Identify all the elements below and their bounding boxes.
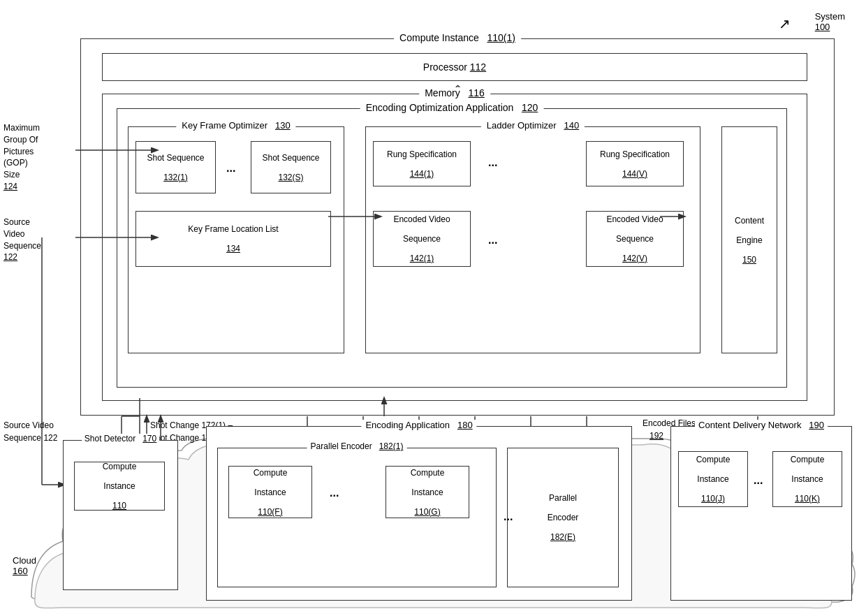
- enc-opt-label: Encoding Optimization Application 120: [360, 102, 544, 113]
- processor-box: Processor 112: [102, 53, 807, 81]
- kf-optimizer-label: Key Frame Optimizer 130: [176, 120, 295, 131]
- rung-spec-dots: ...: [488, 156, 497, 169]
- shot-seq-s-box: Shot Sequence 132(S): [251, 141, 331, 193]
- rung-spec-1-box: Rung Specification 144(1): [373, 141, 471, 186]
- parallel-enc-box: Parallel Encoder 182(1) Compute Instance…: [217, 448, 497, 587]
- compute-instance-outer: Compute Instance 110(1) Processor 112 ⇕ …: [80, 38, 835, 416]
- cdn-label: Content Delivery Network 190: [695, 420, 828, 430]
- shot-seq-dots: ...: [226, 162, 235, 175]
- rung-spec-v-box: Rung Specification 144(V): [586, 141, 684, 186]
- enc-opt-box: Encoding Optimization Application 120 Ke…: [117, 108, 787, 388]
- kf-optimizer-box: Key Frame Optimizer 130 Shot Sequence 13…: [128, 126, 344, 353]
- memory-box: Memory 116 Encoding Optimization Applica…: [102, 94, 807, 401]
- kf-location-box: Key Frame Location List 134: [135, 211, 331, 267]
- compute-f-box: Compute Instance 110(F): [228, 466, 312, 518]
- compute-j-box: Compute Instance 110(J): [678, 451, 748, 507]
- cloud-label: Cloud160: [13, 555, 36, 576]
- compute-g-box: Compute Instance 110(G): [386, 466, 469, 518]
- ladder-opt-box: Ladder Optimizer 140 Rung Specification …: [365, 126, 700, 353]
- compute-k-box: Compute Instance 110(K): [772, 451, 842, 507]
- shot-detector-label: Shot Detector 170: [82, 434, 159, 443]
- content-engine-box: Content Engine 150: [721, 126, 777, 353]
- cdn-dots: ...: [754, 474, 763, 487]
- compute-dots: ...: [330, 487, 339, 499]
- shot-detector-box: Shot Detector 170 Compute Instance 110: [63, 440, 178, 590]
- source-video-label: Source VideoSequence 122: [3, 419, 57, 444]
- ladder-opt-label: Ladder Optimizer 140: [481, 120, 585, 131]
- enc-vid-1-box: Encoded Video Sequence 142(1): [373, 211, 471, 267]
- parallel-enc-label: Parallel Encoder 182(1): [307, 441, 407, 451]
- system-label: System 100: [815, 11, 845, 32]
- compute-instance-outer-label: Compute Instance 110(1): [394, 32, 521, 43]
- shot-seq-1-box: Shot Sequence 132(1): [135, 141, 216, 193]
- compute-instance-small: Compute Instance 110: [74, 462, 165, 511]
- enc-app-box: Encoding Application 180 Parallel Encode…: [206, 426, 632, 601]
- parallel-enc-e-box: Parallel Encoder 182(E): [507, 448, 619, 587]
- svs-label: Source Video Sequence 122: [3, 217, 73, 263]
- memory-label: Memory 116: [419, 87, 490, 98]
- enc-vid-dots: ...: [488, 234, 497, 247]
- enc-app-label: Encoding Application 180: [361, 420, 476, 430]
- enc-vid-v-box: Encoded Video Sequence 142(V): [586, 211, 684, 267]
- parallel-enc-dots: ...: [504, 511, 513, 523]
- system-arrow: ↗: [779, 15, 791, 32]
- cdn-box: Content Delivery Network 190 Compute Ins…: [670, 426, 852, 601]
- gop-label: Maximum Group Of Pictures (GOP) Size 124: [3, 122, 73, 193]
